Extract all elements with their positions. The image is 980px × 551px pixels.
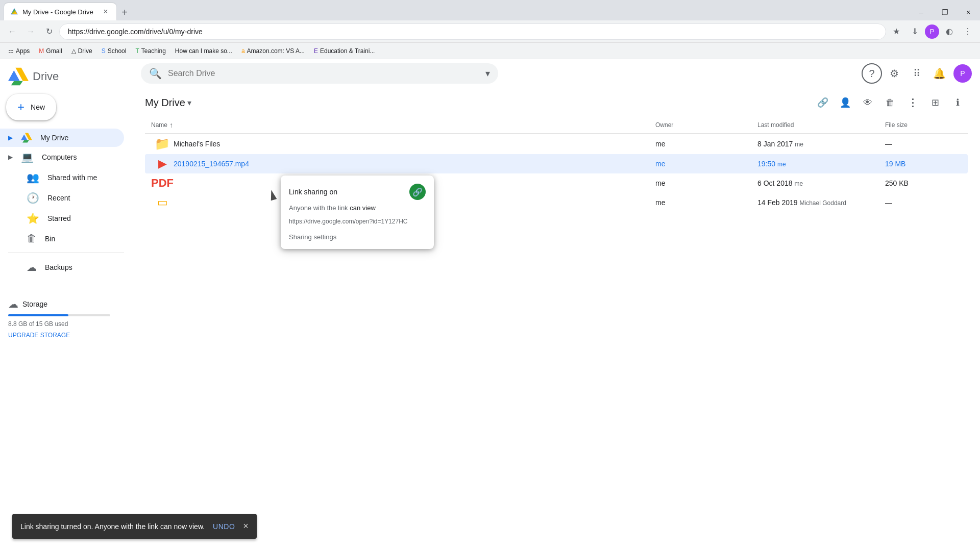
bookmark-gmail[interactable]: MGmail xyxy=(35,46,66,56)
sidebar-item-starred[interactable]: ⭐ Starred xyxy=(0,208,124,229)
sidebar-item-recent[interactable]: 🕐 Recent xyxy=(0,188,124,208)
storage-label: Storage xyxy=(22,300,47,308)
file-name: 20190215_194657.mp4 xyxy=(174,160,655,168)
computers-expand-icon: ▶ xyxy=(8,154,13,161)
files-breadcrumb-row: My Drive ▾ 🔗 👤 👁 🗑 ⋮ ⊞ ℹ xyxy=(133,88,980,117)
share-button[interactable]: 👤 xyxy=(835,92,855,113)
bookmark-drive[interactable]: △Drive xyxy=(67,46,96,56)
view-toggle-button[interactable]: ⊞ xyxy=(925,92,945,113)
delete-button[interactable]: 🗑 xyxy=(880,92,900,113)
my-drive-icon xyxy=(21,133,32,143)
col-modified-header: Last modified xyxy=(757,121,885,129)
new-tab-button[interactable]: + xyxy=(116,4,133,20)
bin-label: Bin xyxy=(45,235,55,243)
shared-with-me-icon: 👥 xyxy=(27,171,39,184)
search-input[interactable] xyxy=(168,69,479,78)
table-row[interactable]: ▶ 20190215_194657.mp4 me 19:50 me 19 MB xyxy=(145,154,968,173)
tab-title: My Drive - Google Drive xyxy=(22,8,97,16)
svg-marker-1 xyxy=(11,9,17,14)
folder-icon: 📁 xyxy=(155,137,170,151)
get-link-button[interactable]: 🔗 xyxy=(813,92,833,113)
downloads-icon[interactable]: ⇓ xyxy=(906,23,923,40)
bookmark-amazon[interactable]: aAmazon.com: VS A... xyxy=(237,46,309,56)
col-name-header[interactable]: Name ↑ xyxy=(151,121,655,129)
tab-favicon xyxy=(10,8,18,16)
menu-icon[interactable]: ⋮ xyxy=(960,23,976,40)
new-button[interactable]: + New xyxy=(6,94,56,120)
user-avatar[interactable]: P xyxy=(953,64,972,83)
popup-header: Link sharing on 🔗 xyxy=(289,184,426,200)
search-wrapper: 🔍 ▾ xyxy=(141,63,498,84)
search-input-container[interactable]: 🔍 ▾ xyxy=(141,63,498,84)
breadcrumb[interactable]: My Drive ▾ xyxy=(145,97,191,109)
minimize-button[interactable]: – xyxy=(910,4,933,20)
table-row[interactable]: PDF me 6 Oct 2018 me 250 KB xyxy=(145,173,968,193)
file-owner: me xyxy=(655,198,757,207)
link-sharing-title: Link sharing on xyxy=(289,188,337,196)
table-row[interactable]: ▭ me 14 Feb 2019 Michael Goddard — xyxy=(145,193,968,212)
storage-header: ☁ Storage xyxy=(8,298,124,310)
breadcrumb-title: My Drive xyxy=(145,97,185,109)
apps-button[interactable]: ⠿ xyxy=(906,63,927,84)
backups-icon: ☁ xyxy=(27,261,37,273)
back-button[interactable]: ← xyxy=(4,23,20,40)
bookmark-school[interactable]: SSchool xyxy=(97,46,131,56)
help-button[interactable]: ? xyxy=(862,63,882,84)
col-size-header: File size xyxy=(885,121,962,129)
bookmark-star-icon[interactable]: ★ xyxy=(888,23,904,40)
file-modified: 6 Oct 2018 me xyxy=(757,179,885,187)
file-modified: 14 Feb 2019 Michael Goddard xyxy=(757,198,885,207)
sidebar: Drive + New ▶ My Drive ▶ 💻 Computers 👥 S… xyxy=(0,59,133,551)
bin-icon: 🗑 xyxy=(27,233,37,244)
svg-marker-4 xyxy=(11,81,23,86)
file-size: 19 MB xyxy=(885,160,962,168)
file-size: — xyxy=(885,198,962,207)
my-drive-expand-icon: ▶ xyxy=(8,134,13,141)
sidebar-item-shared-with-me[interactable]: 👥 Shared with me xyxy=(0,167,124,188)
bookmark-education[interactable]: EEducation & Traini... xyxy=(310,46,379,56)
snackbar-close-button[interactable]: × xyxy=(243,521,249,532)
address-bar[interactable]: https://drive.google.com/drive/u/0/my-dr… xyxy=(59,23,886,40)
snackbar-undo-button[interactable]: UNDO xyxy=(213,522,235,531)
storage-section: ☁ Storage 8.8 GB of 15 GB used UPGRADE S… xyxy=(0,290,132,347)
starred-label: Starred xyxy=(47,214,71,222)
close-window-button[interactable]: × xyxy=(957,4,980,20)
sidebar-item-backups[interactable]: ☁ Backups xyxy=(0,257,124,278)
search-bar-area: 🔍 ▾ ? ⚙ ⠿ 🔔 P xyxy=(133,59,980,88)
new-plus-icon: + xyxy=(17,101,24,113)
active-tab[interactable]: My Drive - Google Drive × xyxy=(4,3,116,20)
starred-icon: ⭐ xyxy=(27,212,39,224)
more-options-button[interactable]: ⋮ xyxy=(902,92,923,113)
tab-bar: My Drive - Google Drive × + – ❐ × xyxy=(0,0,980,20)
details-button[interactable]: ℹ xyxy=(947,92,968,113)
table-row[interactable]: 📁 Michael's Files me 8 Jan 2017 me — xyxy=(145,134,968,154)
video-file-icon: ▶ xyxy=(158,157,167,170)
sharing-settings-link[interactable]: Sharing settings xyxy=(289,233,426,241)
preview-button[interactable]: 👁 xyxy=(857,92,878,113)
recent-label: Recent xyxy=(47,194,70,202)
sidebar-item-computers[interactable]: ▶ 💻 Computers xyxy=(0,147,124,167)
file-modified: 19:50 me xyxy=(757,160,885,168)
search-dropdown-icon[interactable]: ▾ xyxy=(485,68,490,79)
notifications-button[interactable]: 🔔 xyxy=(929,63,949,84)
sidebar-item-bin[interactable]: 🗑 Bin xyxy=(0,229,124,248)
computers-icon: 💻 xyxy=(21,151,34,163)
sidebar-item-my-drive[interactable]: ▶ My Drive xyxy=(0,129,124,147)
upgrade-storage-button[interactable]: UPGRADE STORAGE xyxy=(8,332,124,339)
computers-label: Computers xyxy=(42,153,77,161)
bookmark-apps[interactable]: ⚏Apps xyxy=(4,46,34,56)
profile-icon[interactable]: P xyxy=(925,24,939,39)
my-drive-label: My Drive xyxy=(40,134,68,142)
forward-button[interactable]: → xyxy=(22,23,39,40)
maximize-button[interactable]: ❐ xyxy=(933,4,957,20)
reload-button[interactable]: ↻ xyxy=(41,23,57,40)
settings-button[interactable]: ⚙ xyxy=(884,63,904,84)
sidebar-divider xyxy=(8,253,124,253)
tab-close-icon[interactable]: × xyxy=(101,7,110,16)
extensions-icon[interactable]: ◐ xyxy=(941,23,958,40)
bookmark-how-can-i[interactable]: How can I make so... xyxy=(171,46,236,56)
popup-url: https://drive.google.com/open?id=1Y127HC xyxy=(289,218,426,225)
bookmark-teaching[interactable]: TTeaching xyxy=(131,46,169,56)
link-sharing-popup: Link sharing on 🔗 Anyone with the link c… xyxy=(281,176,434,249)
window-controls: – ❐ × xyxy=(910,4,980,20)
